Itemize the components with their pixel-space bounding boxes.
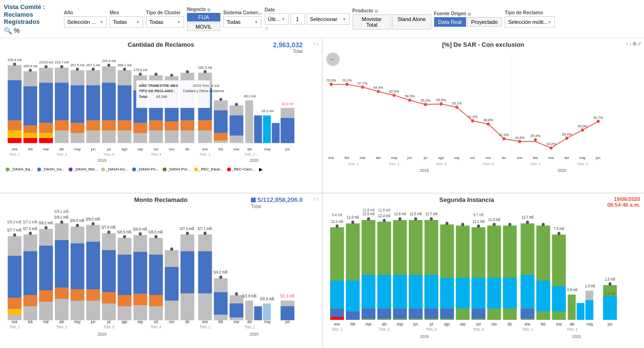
svg-text:9.7 mil: 9.7 mil [473, 212, 483, 217]
svg-rect-183 [8, 309, 21, 315]
legend-item-2: _DASH_Inc... [37, 167, 65, 172]
down-arrow3-icon[interactable]: ↓ [317, 196, 319, 201]
svg-point-266 [219, 275, 222, 279]
producto-standalone-btn[interactable]: Stand Alone [392, 14, 431, 30]
producto-filter: Producto ⚙ Movistar Total Stand Alone [353, 8, 431, 30]
date-number-input[interactable] [291, 13, 305, 25]
date-select1[interactable]: Últi... ▼ [265, 13, 289, 25]
svg-point-199 [44, 226, 47, 229]
svg-point-213 [76, 224, 79, 227]
search-icon[interactable]: 🔍 [4, 27, 12, 34]
tipo-reclamo-arrow-icon: ▼ [548, 20, 551, 24]
svg-point-205 [60, 221, 63, 224]
expand2-icon[interactable]: ⤢ [637, 41, 641, 46]
date-filter: Date Últi... ▼ Seleccionar ▼ ⚠ [265, 7, 350, 31]
svg-point-129 [518, 140, 521, 143]
producto-movistar-btn[interactable]: Movistar Total [353, 14, 392, 30]
svg-text:S/1.8 mill.: S/1.8 mill. [242, 294, 258, 298]
sistema-comercial-select[interactable]: Todas ▼ [223, 16, 261, 28]
svg-text:abr: abr [570, 322, 575, 327]
svg-point-132 [565, 137, 568, 140]
svg-rect-26 [55, 83, 69, 120]
svg-rect-89 [214, 133, 228, 141]
svg-text:Trim. 1: Trim. 1 [530, 162, 540, 166]
fuente-data-real-btn[interactable]: Data Real [434, 17, 466, 27]
panel-segunda-instancia: Segunda Instancia 19/06/2020 08:54:46 a.… [322, 193, 644, 348]
svg-text:jul: jul [107, 147, 111, 151]
svg-text:1.3 mil: 1.3 mil [584, 284, 594, 288]
svg-rect-11 [23, 126, 37, 133]
svg-rect-197 [39, 246, 53, 291]
svg-rect-218 [86, 289, 100, 301]
up-arrow3-icon[interactable]: ↑ [313, 196, 316, 201]
up-arrow-icon[interactable]: ↑ [313, 41, 316, 46]
svg-point-94 [235, 103, 238, 105]
svg-point-271 [235, 292, 238, 295]
svg-rect-282 [280, 306, 294, 320]
svg-text:oct: oct [476, 322, 481, 327]
panel3-total-area: S/112,858,206.0 Total [251, 196, 302, 209]
svg-rect-4 [8, 138, 21, 143]
svg-rect-310 [377, 309, 391, 319]
svg-point-122 [408, 98, 411, 102]
filter2-icon[interactable]: ⊞ [633, 41, 636, 46]
svg-text:jun: jun [407, 155, 412, 159]
date-select2[interactable]: Seleccionar ▼ [307, 13, 350, 25]
svg-point-354 [492, 223, 495, 226]
svg-text:Trim. 1: Trim. 1 [10, 152, 20, 157]
tipo-reclamo-select[interactable]: Selección múlti... ▼ [505, 16, 555, 28]
ano-select[interactable]: Selección ... ▼ [64, 16, 107, 28]
down-arrow-icon[interactable]: ↓ [317, 41, 319, 46]
ano-arrow-icon: ▼ [100, 20, 104, 24]
svg-point-184 [13, 233, 16, 237]
panel1-title: Cantidad de Reclamos [4, 41, 318, 48]
svg-rect-182 [8, 298, 21, 309]
main-content: Cantidad de Reclamos ↑ ↓ 2,963,032 Total [0, 38, 644, 348]
legend-item-4: _DASH-Inc... [101, 167, 128, 172]
svg-rect-242 [149, 254, 163, 295]
fuente-proyectado-btn[interactable]: Proyectado [467, 17, 502, 27]
svg-rect-53 [118, 120, 132, 130]
svg-rect-274 [254, 306, 262, 320]
panel1-legend: _DASH_Eq... _DASH_Inc... _DASH_Ret... _D… [4, 167, 318, 172]
svg-rect-364 [520, 309, 534, 319]
svg-text:11.9 mil: 11.9 mil [346, 215, 358, 220]
tipo-cluster-select[interactable]: Todas ▼ [146, 16, 184, 28]
mes-select[interactable]: Todas ▼ [110, 16, 143, 28]
svg-text:jun: jun [285, 319, 290, 324]
svg-text:11.3 mil: 11.3 mil [488, 218, 500, 222]
percent-icon[interactable]: % [14, 27, 20, 34]
svg-rect-198 [39, 291, 53, 302]
svg-rect-33 [71, 85, 84, 123]
svg-text:feb: feb [218, 147, 223, 151]
down-arrow2-icon[interactable]: ↓ [629, 41, 632, 46]
svg-point-319 [398, 217, 401, 221]
svg-rect-71 [165, 121, 178, 130]
negocio-fija-btn[interactable]: FIJA [187, 13, 220, 21]
svg-text:18.1 mil: 18.1 mil [261, 109, 274, 113]
legend-more-icon[interactable]: ▶ [259, 167, 263, 172]
up-arrow2-icon[interactable]: ↑ [626, 41, 628, 46]
negocio-movil-btn[interactable]: MOVIL [187, 22, 220, 31]
svg-text:58.3%: 58.3% [405, 94, 415, 98]
panel2-back-btn[interactable]: ← [326, 53, 340, 66]
svg-rect-341 [456, 278, 469, 309]
svg-text:abr: abr [382, 322, 387, 327]
svg-text:12.4 mil: 12.4 mil [378, 214, 390, 219]
legend-item-3: _DASH_Ret... [69, 167, 97, 172]
svg-text:Calidad y Otros reclamos: Calidad y Otros reclamos [183, 89, 225, 93]
svg-rect-88 [214, 110, 228, 133]
svg-rect-231 [118, 295, 132, 306]
svg-text:12.5 mil: 12.5 mil [409, 212, 421, 217]
svg-text:S/6.5 mill.: S/6.5 mill. [117, 230, 132, 234]
svg-point-238 [139, 232, 142, 235]
svg-text:dic: dic [185, 147, 190, 151]
svg-rect-243 [149, 295, 163, 306]
svg-rect-318 [393, 309, 406, 319]
svg-text:55.2%: 55.2% [420, 98, 430, 103]
legend-item-8: _REC-Canc... [227, 167, 255, 172]
panel1-arrows: ↑ ↓ [313, 41, 319, 46]
svg-point-125 [455, 105, 458, 109]
svg-rect-3 [8, 130, 21, 138]
svg-rect-19 [39, 123, 53, 133]
